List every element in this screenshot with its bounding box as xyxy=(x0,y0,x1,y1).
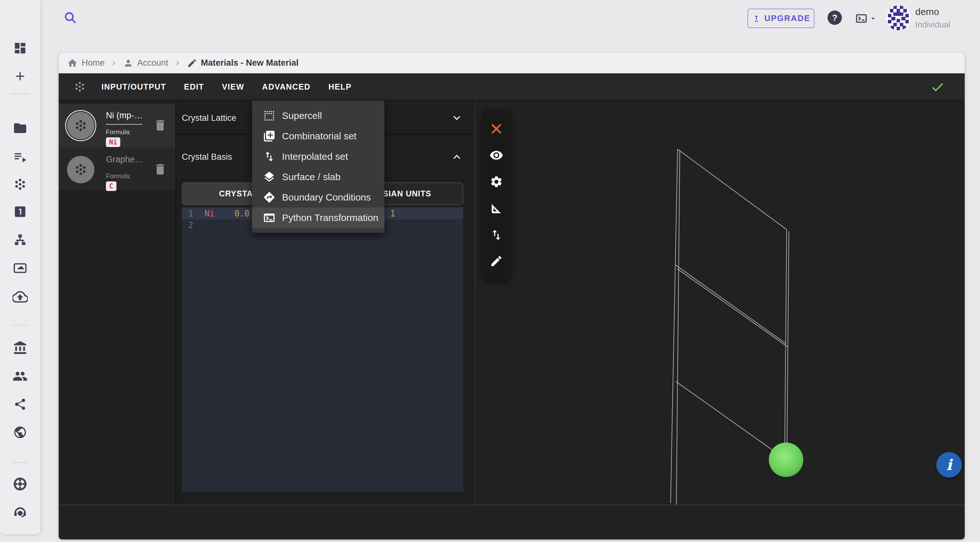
edit-pencil-icon[interactable] xyxy=(490,254,503,268)
sidebar-divider xyxy=(11,94,29,94)
help-button[interactable]: ? xyxy=(827,11,842,25)
coordinate-token: 0.0 xyxy=(234,209,250,219)
breadcrumb-separator: › xyxy=(110,57,118,68)
material-thumbnail xyxy=(67,112,94,139)
materials-designer-window: Home › Account › Materials - New Materia… xyxy=(59,52,965,539)
material-item-graphene[interactable]: Graphe… Formula: C xyxy=(59,147,175,191)
materials-atoms-icon[interactable] xyxy=(13,177,27,191)
breadcrumb-home[interactable]: Home xyxy=(67,58,105,68)
delete-material-icon[interactable] xyxy=(153,118,167,132)
user-avatar[interactable] xyxy=(886,5,911,31)
app-sidebar xyxy=(0,0,40,534)
material-title-underline xyxy=(106,124,142,125)
unit-one-icon[interactable] xyxy=(13,205,27,219)
atom-sphere xyxy=(769,442,803,477)
menu-item-python-transformation[interactable]: Python Transformation xyxy=(252,208,384,228)
material-title[interactable]: Ni (mp-… xyxy=(106,111,143,120)
info-label: i xyxy=(946,456,951,474)
library-add-icon xyxy=(263,130,275,143)
menu-item-supercell[interactable]: Supercell xyxy=(252,106,384,126)
teams-people-icon[interactable] xyxy=(13,369,28,384)
user-plan: Individual xyxy=(915,20,950,30)
home-icon xyxy=(67,58,78,68)
menu-item-label: Surface / slab xyxy=(282,171,340,182)
support-headset-icon[interactable] xyxy=(13,505,27,520)
menu-input-output[interactable]: INPUT/OUTPUT xyxy=(100,79,167,95)
material-title[interactable]: Graphe… xyxy=(106,155,143,165)
menu-advanced[interactable]: ADVANCED xyxy=(261,79,312,95)
edit-pencil-icon xyxy=(187,58,197,68)
menu-item-label: Supercell xyxy=(282,110,322,121)
help-question-label: ? xyxy=(832,13,837,23)
formula-label: Formula: xyxy=(106,173,131,180)
upgrade-icon xyxy=(752,14,761,23)
formula-chip: Ni xyxy=(106,138,120,147)
designer-content: Ni (mp-… Formula: Ni Graphe… Formula: C xyxy=(59,101,965,505)
app-screen: UPGRADE ? demo Individual Home › Account… xyxy=(0,0,980,542)
info-button[interactable]: i xyxy=(936,452,962,478)
line-number: 2 xyxy=(188,220,193,230)
dashboard-icon[interactable] xyxy=(13,41,27,55)
terminal-icon xyxy=(263,211,275,224)
share-icon[interactable] xyxy=(13,398,27,411)
coordinate-token: 1 xyxy=(390,209,395,219)
search-icon[interactable] xyxy=(63,11,78,25)
upgrade-label: UPGRADE xyxy=(764,13,810,23)
menu-view[interactable]: VIEW xyxy=(221,79,246,95)
menu-item-interpolated-set[interactable]: Interpolated set xyxy=(252,146,384,167)
menu-item-label: Python Transformation xyxy=(282,212,379,223)
section-title: Crystal Basis xyxy=(182,152,232,162)
jobs-list-icon[interactable] xyxy=(13,149,27,164)
swap-axes-icon[interactable] xyxy=(490,228,503,242)
helm-wheel-icon[interactable] xyxy=(13,477,27,491)
section-title: Crystal Lattice xyxy=(182,113,236,123)
save-check-icon[interactable] xyxy=(930,80,945,94)
viewer-toolbar xyxy=(482,110,511,280)
add-new-icon[interactable] xyxy=(13,69,27,83)
swap-vert-icon xyxy=(263,150,275,163)
advanced-dropdown-menu: Supercell Combinatorial set Interpolated… xyxy=(252,101,384,233)
terminal-icon xyxy=(854,12,869,25)
supercell-grid-icon xyxy=(263,109,275,122)
chevron-up-icon[interactable] xyxy=(452,151,462,162)
user-name[interactable]: demo xyxy=(915,6,939,17)
organization-bank-icon[interactable] xyxy=(13,341,27,355)
formula-chip: C xyxy=(106,181,116,191)
menu-item-label: Combinatorial set xyxy=(282,131,356,141)
measure-ruler-icon[interactable] xyxy=(489,201,503,216)
menu-item-combinatorial-set[interactable]: Combinatorial set xyxy=(252,126,384,146)
menu-edit[interactable]: EDIT xyxy=(183,79,205,95)
breadcrumb: Home › Account › Materials - New Materia… xyxy=(59,52,965,73)
atoms-cluster-icon xyxy=(73,80,86,93)
images-bank-icon[interactable] xyxy=(13,261,27,276)
chevron-down-icon[interactable] xyxy=(452,113,462,124)
console-dropdown-button[interactable] xyxy=(854,12,877,25)
breadcrumb-account[interactable]: Account xyxy=(123,58,169,68)
material-item-ni[interactable]: Ni (mp-… Formula: Ni xyxy=(59,104,175,148)
chevron-down-icon xyxy=(869,14,877,23)
line-number: 1 xyxy=(188,209,193,219)
globe-icon[interactable] xyxy=(13,425,27,439)
menu-help[interactable]: HELP xyxy=(327,79,353,95)
menu-item-label: Interpolated set xyxy=(282,151,348,162)
breadcrumb-separator: › xyxy=(173,57,182,68)
directions-icon xyxy=(263,191,275,204)
materials-list-panel: Ni (mp-… Formula: Ni Graphe… Formula: C xyxy=(59,101,176,505)
designer-menubar: INPUT/OUTPUT EDIT VIEW ADVANCED HELP xyxy=(59,73,965,101)
close-icon[interactable] xyxy=(490,122,503,135)
element-token: Ni xyxy=(205,209,215,219)
menu-item-boundary-conditions[interactable]: Boundary Conditions xyxy=(252,187,384,208)
delete-material-icon[interactable] xyxy=(153,162,167,176)
viewer-3d[interactable]: i xyxy=(474,101,965,505)
menu-item-label: Boundary Conditions xyxy=(282,192,371,203)
sidebar-divider xyxy=(11,325,29,325)
crystal-wireframe xyxy=(475,101,965,505)
menu-item-surface-slab[interactable]: Surface / slab xyxy=(252,167,384,187)
workflows-tree-icon[interactable] xyxy=(13,233,27,247)
basis-code-editor[interactable]: 1 Ni 0.0 1 2 xyxy=(182,207,463,491)
upgrade-button[interactable]: UPGRADE xyxy=(748,9,815,28)
settings-gear-icon[interactable] xyxy=(490,175,503,189)
cloud-upload-icon[interactable] xyxy=(13,289,28,304)
visibility-eye-icon[interactable] xyxy=(489,148,503,162)
projects-folder-icon[interactable] xyxy=(13,121,27,135)
